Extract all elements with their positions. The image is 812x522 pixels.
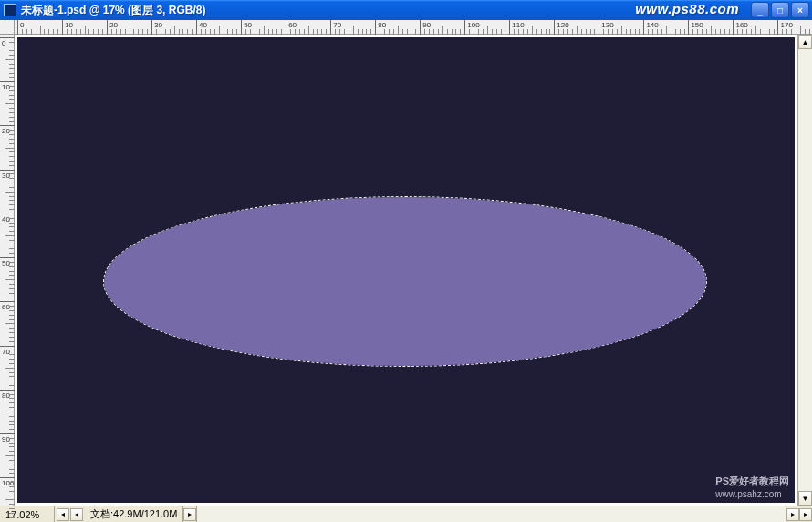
scroll-prev-button[interactable]: ◂ bbox=[70, 508, 83, 521]
scroll-nav-buttons: ◂ ◂ bbox=[55, 508, 85, 521]
ruler-h-tick: 160 bbox=[733, 20, 734, 35]
maximize-button[interactable]: □ bbox=[771, 2, 789, 18]
ellipse-selection[interactable] bbox=[104, 197, 706, 366]
document-title: 未标题-1.psd @ 17% (图层 3, RGB/8) bbox=[21, 3, 205, 18]
minimize-button[interactable]: _ bbox=[751, 2, 769, 18]
ruler-h-tick: 40 bbox=[196, 20, 197, 35]
ruler-v-tick: 20 bbox=[0, 125, 15, 126]
zoom-level[interactable]: 17.02% bbox=[0, 506, 55, 522]
scroll-up-button[interactable]: ▲ bbox=[798, 35, 812, 49]
ruler-v-tick: 60 bbox=[0, 301, 15, 302]
watermark-line2: www.psahz.com bbox=[715, 489, 781, 499]
ruler-h-tick: 30 bbox=[151, 20, 152, 35]
watermark-url: www.ps88.com bbox=[635, 1, 739, 16]
ruler-v-tick: 80 bbox=[0, 390, 15, 391]
scroll-down-button[interactable]: ▼ bbox=[798, 491, 812, 506]
ruler-v-tick: 40 bbox=[0, 214, 15, 214]
ruler-v-tick: 100 bbox=[0, 477, 15, 478]
ruler-h-tick: 100 bbox=[464, 20, 465, 35]
ruler-h-tick: 10 bbox=[62, 20, 63, 35]
ruler-horizontal[interactable]: 0102030405060708090100110120130140150160… bbox=[15, 20, 812, 35]
ruler-h-tick: 60 bbox=[286, 20, 286, 35]
ruler-v-tick: 70 bbox=[0, 346, 15, 347]
ruler-h-tick: 130 bbox=[599, 20, 599, 35]
titlebar: 未标题-1.psd @ 17% (图层 3, RGB/8) www.ps88.c… bbox=[0, 0, 812, 20]
watermark-line1: PS爱好者教程网 bbox=[715, 475, 789, 486]
scroll-track-horizontal[interactable] bbox=[196, 506, 786, 522]
canvas-watermark: PS爱好者教程网 www.psahz.com bbox=[715, 475, 789, 499]
ruler-v-tick: 10 bbox=[0, 81, 15, 82]
ruler-h-tick: 150 bbox=[688, 20, 689, 35]
ruler-h-tick: 120 bbox=[554, 20, 555, 35]
ruler-vertical[interactable]: 0102030405060708090100 bbox=[0, 35, 15, 506]
ruler-corner bbox=[0, 20, 15, 35]
ruler-h-tick: 170 bbox=[777, 20, 778, 35]
app-icon bbox=[4, 4, 16, 16]
scrollbar-vertical[interactable]: ▲ ▼ bbox=[797, 35, 812, 506]
window-buttons: _ □ × bbox=[751, 2, 809, 18]
ruler-v-tick: 0 bbox=[0, 37, 15, 38]
ruler-h-tick: 70 bbox=[330, 20, 331, 35]
ruler-v-tick: 50 bbox=[0, 257, 15, 258]
scroll-track-vertical[interactable] bbox=[798, 49, 812, 491]
ruler-h-tick: 140 bbox=[643, 20, 644, 35]
scroll-last-button[interactable]: ▸ bbox=[799, 508, 812, 521]
close-button[interactable]: × bbox=[791, 2, 809, 18]
statusbar: 17.02% ◂ ◂ 文档:42.9M/121.0M ▸ ▸ ▸ bbox=[0, 506, 812, 522]
canvas[interactable]: PS爱好者教程网 www.psahz.com bbox=[17, 37, 795, 503]
canvas-container: PS爱好者教程网 www.psahz.com bbox=[15, 35, 797, 506]
ruler-h-tick: 90 bbox=[420, 20, 421, 35]
ruler-v-tick: 30 bbox=[0, 170, 15, 171]
scroll-first-button[interactable]: ◂ bbox=[57, 508, 69, 521]
ruler-h-tick: 20 bbox=[107, 20, 108, 35]
workspace: 0102030405060708090100 PS爱好者教程网 www.psah… bbox=[0, 35, 812, 506]
ruler-h-tick: 80 bbox=[375, 20, 376, 35]
scroll-next-button[interactable]: ▸ bbox=[786, 508, 799, 521]
doc-info-menu[interactable]: ▸ bbox=[183, 508, 196, 521]
document-info: 文档:42.9M/121.0M bbox=[85, 506, 183, 522]
ruler-h-tick: 0 bbox=[17, 20, 18, 35]
ruler-v-tick: 90 bbox=[0, 433, 15, 434]
ruler-h-tick: 50 bbox=[241, 20, 242, 35]
ruler-h-tick: 110 bbox=[509, 20, 510, 35]
